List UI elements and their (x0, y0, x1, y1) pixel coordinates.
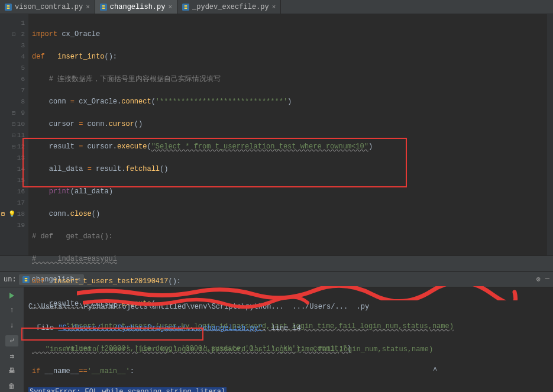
error-message: SyntaxError: EOL while scanning string l… (28, 387, 227, 392)
close-icon[interactable]: × (86, 4, 90, 11)
scribble-annotation (77, 286, 520, 300)
trace-button[interactable]: ⇉ (5, 350, 18, 362)
line-gutter: ⊟ ⊟ ⊟ ⊟ ⊟ ⊟ 💡 1 2 3 4 5 6 7 8 9 10 11 12… (0, 14, 28, 255)
tab-changelish[interactable]: changelish.py × (95, 0, 177, 14)
console-line: File (28, 324, 58, 332)
python-file-icon (5, 4, 12, 11)
svg-rect-0 (5, 4, 12, 11)
tab-pydev-execfile[interactable]: _pydev_execfile.py × (177, 0, 281, 14)
file-link[interactable]: "C:/Users/.../PycharmProjects/.../change… (58, 324, 263, 332)
console-output[interactable]: C:\Users\...\PycharmProjects\untitled\ve… (24, 287, 553, 392)
editor-tabs: vison_contral.py × changelish.py × _pyde… (0, 0, 553, 14)
python-file-icon (100, 4, 107, 11)
tab-vison-contral[interactable]: vison_contral.py × (0, 0, 95, 14)
svg-rect-1 (100, 4, 107, 11)
fold-marks: ⊟ ⊟ ⊟ ⊟ ⊟ ⊟ 💡 (1, 18, 15, 220)
console-line: "insert into t_users (user_ky,login_id,p… (28, 344, 548, 355)
python-file-icon (22, 276, 30, 283)
console-line: C:\Users\...\PycharmProjects\untitled\ve… (28, 302, 548, 312)
editor-area: ⊟ ⊟ ⊟ ⊟ ⊟ ⊟ 💡 1 2 3 4 5 6 7 8 9 10 11 12… (0, 14, 553, 255)
python-file-icon (182, 4, 189, 11)
scroll-down-button[interactable]: ↓ (5, 320, 18, 332)
rerun-button[interactable] (5, 290, 18, 302)
console-line: ^ (28, 365, 548, 376)
tab-label: _pydev_execfile.py (192, 3, 269, 11)
svg-rect-2 (182, 4, 189, 11)
trash-button[interactable]: 🗑 (5, 380, 18, 392)
console-panel: ↑ ↓ ⤶ ⇉ 🖶 🗑 C:\Users\...\PycharmProjects… (0, 287, 553, 392)
tab-label: changelish.py (110, 3, 166, 11)
scrollbar-right[interactable] (547, 14, 553, 255)
console-toolbar: ↑ ↓ ⤶ ⇉ 🖶 🗑 (0, 287, 24, 392)
tab-label: vison_contral.py (15, 3, 83, 11)
scroll-up-button[interactable]: ↑ (5, 305, 18, 317)
svg-rect-3 (22, 276, 30, 283)
line-number: 19 (0, 220, 25, 231)
soft-wrap-button[interactable]: ⤶ (5, 335, 18, 347)
code-editor[interactable]: import cx_Oracle def insert_into(): # 连接… (28, 14, 553, 255)
close-icon[interactable]: × (272, 4, 276, 11)
close-icon[interactable]: × (168, 4, 172, 11)
print-button[interactable]: 🖶 (5, 365, 18, 377)
run-label: un: (4, 276, 17, 284)
